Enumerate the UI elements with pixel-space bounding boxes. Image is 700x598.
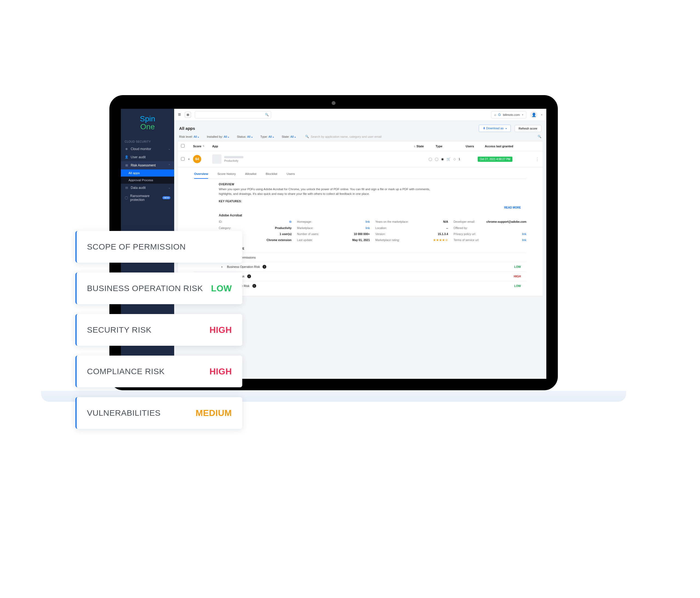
tab-users[interactable]: Users (286, 170, 295, 179)
refresh-score-button[interactable]: Refresh score (515, 125, 542, 132)
global-search-input[interactable]: 🔍 (195, 111, 271, 118)
google-icon: G (498, 113, 501, 117)
filter-installed-by[interactable]: Installed by: All▸ (207, 135, 229, 138)
app-category: Productivity (224, 159, 243, 162)
marketplace-link[interactable]: link (366, 226, 370, 230)
access-last-granted-badge: Oct 27, 2021 4:00:27 PM (478, 157, 512, 162)
card-security-risk: SECURITY RISK HIGH (75, 314, 242, 346)
expand-toggle[interactable]: ▾ (188, 157, 193, 161)
brand-line1: Spin (121, 115, 174, 123)
risk-level: LOW (514, 284, 521, 288)
domain-selector[interactable]: ⌂ G billmoto.com ▾ (491, 111, 526, 118)
developer-email: chrome-support@adobe.com (486, 220, 526, 224)
select-all-checkbox[interactable] (181, 144, 184, 148)
overview-heading: OVERVIEW (219, 183, 526, 186)
risk-level: HIGH (209, 366, 232, 376)
col-users[interactable]: Users (466, 145, 485, 148)
rating-stars: ★★★★☆ (433, 238, 448, 242)
search-icon[interactable]: 🔍 (538, 135, 542, 138)
read-more-link[interactable]: READ MORE (194, 206, 526, 212)
info-icon[interactable]: i (262, 265, 266, 269)
business-risk-row[interactable]: ▸ Business Operation Risk i LOW (194, 262, 526, 271)
chevron-down-icon: ⌄ (168, 147, 170, 150)
row-checkbox[interactable] (181, 157, 184, 161)
sidebar-item-data-audit[interactable]: ▤ Data audit ⌄ (121, 184, 174, 192)
tab-blocklist[interactable]: Blocklist (266, 170, 277, 179)
user-icon: 👤 (125, 155, 128, 159)
col-type[interactable]: Type (435, 145, 466, 148)
sidebar-label: Cloud monitor (131, 147, 151, 151)
sidebar-sub-all-apps[interactable]: All apps (121, 170, 174, 177)
tab-allowlist[interactable]: Allowlist (245, 170, 256, 179)
copy-icon[interactable]: ⧉ (289, 220, 292, 224)
sidebar-item-cloud-monitor[interactable]: ◉ Cloud monitor ⌄ (121, 145, 174, 153)
info-icon[interactable]: i (252, 284, 256, 288)
card-compliance-risk: COMPLIANCE RISK HIGH (75, 356, 242, 387)
compliance-risk-row[interactable]: ▸ Compliance Risk i LOW (194, 281, 526, 290)
homepage-link[interactable]: link (366, 220, 370, 224)
user-avatar[interactable]: 👤 (530, 111, 537, 118)
cart-icon: 🛒 (447, 157, 451, 161)
download-icon: ⬇ (483, 127, 485, 130)
globe-icon: ◉ (125, 147, 128, 151)
privacy-link[interactable]: link (522, 232, 526, 236)
search-icon: 🔍 (265, 113, 269, 116)
tos-link[interactable]: link (522, 238, 526, 242)
col-access[interactable]: Access last granted (485, 145, 540, 148)
sidebar-label: Risk Assessment (131, 163, 156, 167)
risk-level: LOW (514, 265, 521, 268)
laptop-camera (332, 101, 335, 105)
sidebar-sub-approval-process[interactable]: Approval Process (121, 177, 174, 184)
sidebar-label: Ransomware protection (130, 194, 158, 202)
user-menu-chevron-icon[interactable]: ▾ (541, 113, 543, 116)
card-business-operation-risk: BUSINESS OPERATION RISK LOW (75, 272, 242, 304)
brand-line2: One (121, 123, 174, 131)
score-badge: 64 (193, 155, 201, 163)
users-count: 1 (458, 157, 478, 161)
hamburger-icon[interactable]: ≡ (178, 112, 181, 118)
sidebar-section-title: CLOUD SECURITY (121, 137, 174, 145)
risk-level: HIGH (209, 325, 232, 335)
search-placeholder: Search by application name, category and… (310, 135, 381, 138)
sort-icon: ⇅ (203, 145, 204, 147)
app-name-placeholder (224, 156, 243, 158)
chevron-up-icon: ⌃ (168, 164, 170, 167)
search-icon: 🔍 (305, 135, 309, 138)
tab-score-history[interactable]: Score history (217, 170, 236, 179)
circle-icon: ◯ (428, 157, 432, 161)
download-as-button[interactable]: ⬇ Download as ▾ (479, 125, 511, 132)
app-detail-title: Adobe Acrobat (194, 212, 526, 220)
topbar: ≡ ▦ 🔍 ⌂ G billmoto.com ▾ 👤 ▾ (174, 109, 546, 121)
android-icon: ◇ (453, 157, 456, 161)
risk-summary-cards: SCOPE OF PERMISSION BUSINESS OPERATION R… (75, 231, 242, 429)
brand-logo: Spin One (121, 109, 174, 137)
row-more-menu[interactable]: ⋮ (535, 157, 540, 162)
key-features-heading: KEY FEATURES: (219, 200, 526, 203)
col-app[interactable]: App (212, 145, 414, 148)
filter-risk-level[interactable]: Risk level: All▸ (179, 135, 199, 138)
chrome-icon: ◉ (441, 157, 444, 161)
sidebar-item-risk-assessment[interactable]: ▦ Risk Assessment ⌃ (121, 161, 174, 170)
tab-overview[interactable]: Overview (194, 170, 208, 179)
new-badge: NEW (162, 196, 170, 199)
col-score[interactable]: Score⇅ (193, 145, 212, 148)
sidebar-item-ransomware[interactable]: ◯ Ransomware protection NEW (121, 192, 174, 204)
security-scope-heading: SECURITY SCOPE (194, 245, 526, 253)
table-search-input[interactable]: 🔍 Search by application name, category a… (305, 135, 381, 138)
overview-body: When you open your PDFs using Adobe Acro… (219, 187, 443, 196)
apps-grid-icon[interactable]: ▦ (185, 112, 191, 118)
detail-tabs: Overview Score history Allowlist Blockli… (194, 170, 526, 179)
security-risk-row[interactable]: ▸ Security Risk i HIGH (194, 271, 526, 281)
circle-icon: ◯ (435, 157, 438, 161)
info-icon[interactable]: i (247, 275, 251, 278)
card-vulnerabilities: VULNERABILITIES MEDIUM (75, 397, 242, 429)
page-title: All apps (179, 126, 195, 131)
filter-status[interactable]: Status: All▸ (237, 135, 253, 138)
risk-level: LOW (211, 283, 232, 293)
sidebar-item-user-audit[interactable]: 👤 User audit (121, 153, 174, 161)
scope-permissions-row[interactable]: ▸ Scope of permissions (194, 253, 526, 262)
filter-type[interactable]: Type: All▸ (260, 135, 274, 138)
col-state[interactable]: ⇅ State (414, 145, 435, 148)
home-icon: ⌂ (494, 113, 496, 116)
filter-state[interactable]: State: All▸ (282, 135, 296, 138)
